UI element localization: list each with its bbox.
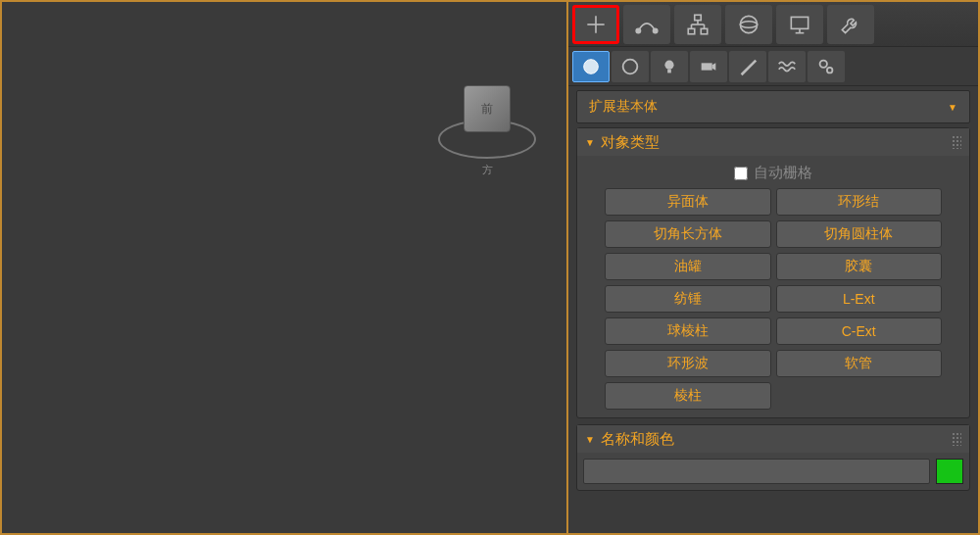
tab-modify[interactable] — [623, 5, 670, 44]
rollup-object-type-head[interactable]: ▼ 对象类型 — [577, 128, 969, 156]
tab-hierarchy[interactable] — [674, 5, 721, 44]
category-spacewarps[interactable] — [768, 51, 806, 82]
rollup-object-type-body: 自动栅格 异面体 环形结 切角长方体 切角圆柱体 油罐 胶囊 纺锤 L-Ext … — [577, 156, 969, 417]
svg-point-17 — [623, 59, 638, 73]
gears-icon — [815, 56, 837, 77]
viewcube-face-label: 前 — [481, 101, 493, 118]
tab-create[interactable] — [572, 5, 619, 44]
obj-btn-torusknot[interactable]: 环形结 — [776, 188, 943, 216]
drag-handle-icon[interactable] — [952, 432, 961, 446]
obj-btn-prism[interactable]: 棱柱 — [605, 382, 771, 410]
svg-point-24 — [827, 67, 833, 73]
svg-point-11 — [740, 16, 757, 32]
rollup-name-color-body — [577, 453, 969, 490]
rollup-object-type: ▼ 对象类型 自动栅格 异面体 环形结 切角长方体 切角圆柱体 油罐 胶囊 纺锤… — [576, 127, 970, 418]
obj-btn-hedra[interactable]: 异面体 — [605, 188, 771, 216]
category-lights[interactable] — [651, 51, 688, 82]
hierarchy-icon — [685, 12, 710, 37]
svg-marker-22 — [741, 59, 758, 74]
tab-utilities[interactable] — [827, 5, 874, 44]
autogrid-row: 自动栅格 — [585, 164, 961, 182]
svg-point-12 — [740, 21, 757, 27]
category-shapes[interactable] — [612, 51, 649, 82]
category-geometry[interactable] — [572, 51, 610, 82]
svg-point-18 — [664, 60, 673, 69]
primitive-type-dropdown[interactable]: 扩展基本体 ▼ — [576, 90, 970, 123]
viewport[interactable]: 前 方 — [0, 0, 568, 535]
obj-btn-chamferbox[interactable]: 切角长方体 — [605, 220, 771, 248]
svg-point-23 — [820, 60, 827, 67]
autogrid-label: 自动栅格 — [754, 164, 812, 182]
ruler-icon — [737, 56, 759, 77]
wrench-icon — [838, 12, 863, 37]
obj-btn-cext[interactable]: C-Ext — [776, 317, 943, 345]
rollup-title: 名称和颜色 — [601, 430, 674, 449]
svg-point-2 — [636, 28, 640, 32]
triangle-down-icon: ▼ — [585, 137, 595, 148]
plus-icon — [583, 12, 609, 37]
object-type-grid: 异面体 环形结 切角长方体 切角圆柱体 油罐 胶囊 纺锤 L-Ext 球棱柱 C… — [605, 188, 942, 410]
viewcube[interactable]: 前 方 — [433, 61, 541, 169]
autogrid-checkbox[interactable] — [734, 167, 748, 180]
rollup-title: 对象类型 — [601, 133, 660, 152]
svg-rect-5 — [688, 28, 695, 33]
sphere-solid-icon — [580, 56, 602, 77]
obj-btn-chamfercyl[interactable]: 切角圆柱体 — [776, 220, 943, 248]
rollup-name-color: ▼ 名称和颜色 — [576, 424, 970, 491]
obj-btn-lext[interactable]: L-Ext — [776, 285, 943, 313]
category-systems[interactable] — [808, 51, 845, 82]
svg-rect-13 — [791, 17, 808, 28]
command-panel: 扩展基本体 ▼ ▼ 对象类型 自动栅格 异面体 环形结 切角长方体 切角圆柱体 … — [568, 0, 980, 535]
camera-icon — [698, 56, 719, 77]
chevron-down-icon: ▼ — [948, 102, 957, 113]
svg-rect-20 — [702, 63, 712, 70]
monitor-icon — [787, 12, 812, 37]
svg-rect-4 — [695, 15, 702, 20]
triangle-down-icon: ▼ — [585, 434, 595, 445]
category-helpers[interactable] — [729, 51, 766, 82]
object-color-swatch[interactable] — [936, 459, 963, 484]
svg-rect-19 — [667, 69, 671, 73]
category-cameras[interactable] — [690, 51, 727, 82]
obj-btn-spindle[interactable]: 纺锤 — [605, 285, 771, 313]
sphere-icon — [736, 12, 761, 37]
svg-point-3 — [654, 28, 658, 32]
create-category-row — [568, 47, 978, 86]
viewcube-below-label: 方 — [433, 163, 541, 177]
svg-marker-21 — [712, 63, 716, 70]
svg-point-16 — [584, 59, 599, 73]
obj-btn-gengon[interactable]: 球棱柱 — [605, 317, 771, 345]
viewcube-face[interactable]: 前 — [464, 85, 511, 132]
tab-display[interactable] — [776, 5, 823, 44]
drag-handle-icon[interactable] — [952, 135, 961, 149]
tab-motion[interactable] — [725, 5, 772, 44]
waves-icon — [776, 56, 798, 77]
bulb-icon — [659, 56, 680, 77]
obj-btn-oiltank[interactable]: 油罐 — [605, 253, 771, 280]
obj-btn-ringwave[interactable]: 环形波 — [605, 350, 771, 377]
rollup-name-color-head[interactable]: ▼ 名称和颜色 — [577, 425, 969, 453]
object-name-input[interactable] — [583, 459, 930, 484]
command-panel-tabs — [568, 2, 978, 47]
obj-btn-capsule[interactable]: 胶囊 — [776, 253, 943, 280]
svg-rect-6 — [701, 28, 708, 33]
obj-btn-hose[interactable]: 软管 — [776, 350, 943, 377]
shapes-icon — [619, 56, 641, 77]
dropdown-label: 扩展基本体 — [589, 98, 658, 116]
arc-icon — [634, 12, 660, 37]
